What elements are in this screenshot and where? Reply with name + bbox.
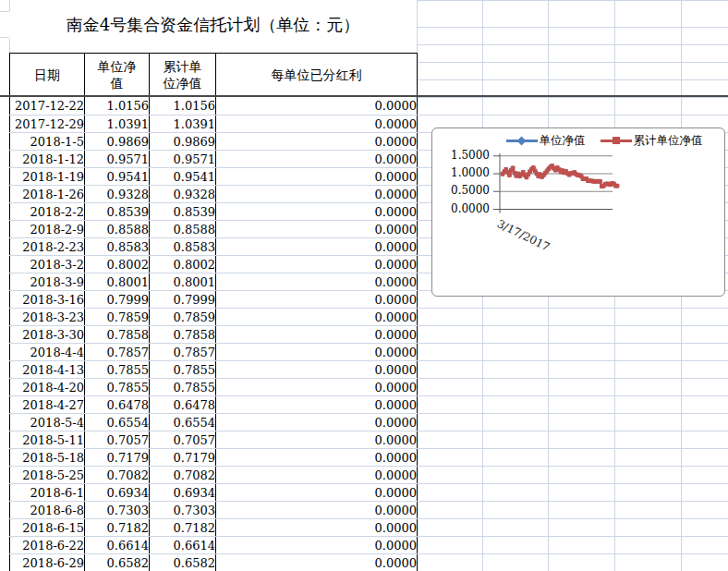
cell-nav[interactable]: 0.7057 [85, 431, 150, 449]
cell-date[interactable]: 2018-3-23 [10, 309, 85, 326]
sheet-title-cell[interactable]: 南金4号集合资金信托计划（单位：元） [9, 11, 417, 39]
cell-dividend[interactable]: 0.0000 [216, 502, 418, 519]
cell-date[interactable]: 2018-6-1 [10, 484, 85, 502]
cell-dividend[interactable]: 0.0000 [216, 115, 418, 133]
cell-date[interactable]: 2018-2-2 [10, 203, 85, 221]
cell-cum-nav[interactable]: 0.6554 [150, 414, 216, 431]
cell-nav[interactable]: 0.7855 [85, 379, 150, 396]
cell-dividend[interactable]: 0.0000 [216, 238, 418, 256]
cell-nav[interactable]: 0.7999 [85, 291, 150, 309]
cell-cum-nav[interactable]: 1.0156 [150, 98, 216, 115]
cell-cum-nav[interactable]: 0.7999 [150, 291, 216, 309]
cell-cum-nav[interactable]: 0.7859 [150, 309, 216, 326]
cell-nav[interactable]: 1.0156 [85, 98, 150, 115]
cell-cum-nav[interactable]: 0.9541 [150, 168, 216, 186]
cell-cum-nav[interactable]: 0.7855 [150, 379, 216, 396]
cell-dividend[interactable]: 0.0000 [216, 133, 418, 151]
cell-nav[interactable]: 0.8002 [85, 256, 150, 273]
cell-date[interactable]: 2018-1-19 [10, 168, 85, 186]
cell-date[interactable]: 2018-2-23 [10, 238, 85, 256]
cell-dividend[interactable]: 0.0000 [216, 467, 418, 484]
cell-nav[interactable]: 0.9869 [85, 133, 150, 151]
cell-date[interactable]: 2017-12-22 [10, 98, 85, 115]
cell-cum-nav[interactable]: 0.7057 [150, 431, 216, 449]
cell-date[interactable]: 2018-6-29 [10, 554, 85, 571]
cell-cum-nav[interactable]: 0.7179 [150, 449, 216, 467]
cell-cum-nav[interactable]: 1.0391 [150, 115, 216, 133]
cell-date[interactable]: 2018-3-16 [10, 291, 85, 309]
chart[interactable]: 单位净值 累计单位净值 1.5000 1.0000 0.5000 0.0000 [431, 128, 725, 297]
cell-nav[interactable]: 0.7855 [85, 361, 150, 379]
cell-cum-nav[interactable]: 0.7082 [150, 467, 216, 484]
cell-nav[interactable]: 1.0391 [85, 115, 150, 133]
cell-cum-nav[interactable]: 0.9328 [150, 186, 216, 203]
cell-nav[interactable]: 0.6934 [85, 484, 150, 502]
cell-nav[interactable]: 0.9328 [85, 186, 150, 203]
cell-dividend[interactable]: 0.0000 [216, 326, 418, 344]
cell-nav[interactable]: 0.9571 [85, 151, 150, 168]
cell-cum-nav[interactable]: 0.8002 [150, 256, 216, 273]
cell-cum-nav[interactable]: 0.6934 [150, 484, 216, 502]
cell-date[interactable]: 2018-1-5 [10, 133, 85, 151]
cell-date[interactable]: 2018-4-4 [10, 344, 85, 361]
cell-date[interactable]: 2018-4-27 [10, 396, 85, 414]
cell-dividend[interactable]: 0.0000 [216, 256, 418, 273]
cell-dividend[interactable]: 0.0000 [216, 396, 418, 414]
cell-dividend[interactable]: 0.0000 [216, 168, 418, 186]
cell-dividend[interactable]: 0.0000 [216, 151, 418, 168]
cell-cum-nav[interactable]: 0.7858 [150, 326, 216, 344]
cell-nav[interactable]: 0.7858 [85, 326, 150, 344]
cell-dividend[interactable]: 0.0000 [216, 554, 418, 571]
cell-dividend[interactable]: 0.0000 [216, 344, 418, 361]
cell-nav[interactable]: 0.7303 [85, 502, 150, 519]
cell-cum-nav[interactable]: 0.8588 [150, 221, 216, 238]
cell-nav[interactable]: 0.7857 [85, 344, 150, 361]
cell-date[interactable]: 2018-1-12 [10, 151, 85, 168]
cell-cum-nav[interactable]: 0.6614 [150, 537, 216, 554]
cell-cum-nav[interactable]: 0.8583 [150, 238, 216, 256]
cell-cum-nav[interactable]: 0.6582 [150, 554, 216, 571]
cell-date[interactable]: 2018-3-9 [10, 273, 85, 291]
cell-date[interactable]: 2017-12-29 [10, 115, 85, 133]
cell-dividend[interactable]: 0.0000 [216, 309, 418, 326]
cell-dividend[interactable]: 0.0000 [216, 537, 418, 554]
col-header-date[interactable]: 日期 [10, 54, 85, 98]
cell-cum-nav[interactable]: 0.9571 [150, 151, 216, 168]
cell-dividend[interactable]: 0.0000 [216, 221, 418, 238]
cell-date[interactable]: 2018-3-2 [10, 256, 85, 273]
cell-dividend[interactable]: 0.0000 [216, 519, 418, 537]
cell-date[interactable]: 2018-4-13 [10, 361, 85, 379]
cell-cum-nav[interactable]: 0.7182 [150, 519, 216, 537]
cell-cum-nav[interactable]: 0.7303 [150, 502, 216, 519]
cell-date[interactable]: 2018-2-9 [10, 221, 85, 238]
cell-date[interactable]: 2018-5-25 [10, 467, 85, 484]
cell-dividend[interactable]: 0.0000 [216, 431, 418, 449]
cell-dividend[interactable]: 0.0000 [216, 379, 418, 396]
cell-dividend[interactable]: 0.0000 [216, 484, 418, 502]
cell-nav[interactable]: 0.8583 [85, 238, 150, 256]
cell-nav[interactable]: 0.7182 [85, 519, 150, 537]
cell-date[interactable]: 2018-6-8 [10, 502, 85, 519]
col-header-cum-nav[interactable]: 累计单 位净值 [150, 54, 216, 98]
legend-item-nav[interactable]: 单位净值 [506, 133, 586, 149]
legend-item-cum-nav[interactable]: 累计单位净值 [601, 133, 703, 149]
cell-nav[interactable]: 0.6614 [85, 537, 150, 554]
cell-nav[interactable]: 0.8588 [85, 221, 150, 238]
cell-nav[interactable]: 0.6582 [85, 554, 150, 571]
cell-dividend[interactable]: 0.0000 [216, 449, 418, 467]
cell-date[interactable]: 2018-3-30 [10, 326, 85, 344]
cell-cum-nav[interactable]: 0.8539 [150, 203, 216, 221]
cell-date[interactable]: 2018-4-20 [10, 379, 85, 396]
cell-dividend[interactable]: 0.0000 [216, 203, 418, 221]
cell-cum-nav[interactable]: 0.8001 [150, 273, 216, 291]
cell-nav[interactable]: 0.9541 [85, 168, 150, 186]
cell-dividend[interactable]: 0.0000 [216, 414, 418, 431]
cell-nav[interactable]: 0.7082 [85, 467, 150, 484]
cell-dividend[interactable]: 0.0000 [216, 186, 418, 203]
cell-dividend[interactable]: 0.0000 [216, 291, 418, 309]
col-header-nav[interactable]: 单位净 值 [85, 54, 150, 98]
cell-nav[interactable]: 0.6478 [85, 396, 150, 414]
cell-nav[interactable]: 0.6554 [85, 414, 150, 431]
cell-nav[interactable]: 0.7859 [85, 309, 150, 326]
cell-date[interactable]: 2018-5-4 [10, 414, 85, 431]
